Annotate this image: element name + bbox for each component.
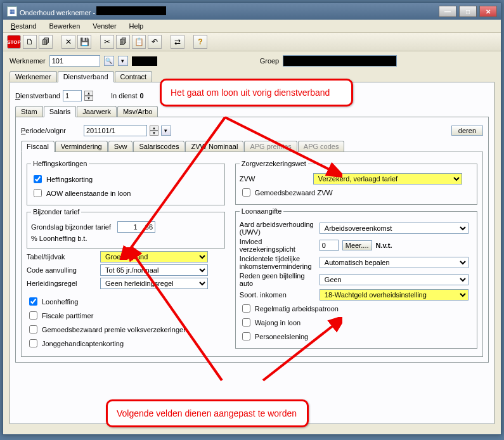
tab-salariscodes[interactable]: Salariscodes xyxy=(133,141,184,152)
gemoed-label: Gemoedsbezwaard premie volksverzekeringe… xyxy=(42,326,187,333)
tab-fiscaal[interactable]: Fiscaal xyxy=(21,141,55,152)
regelmatig-checkbox[interactable] xyxy=(242,304,250,313)
wajong-label: Wajong in loon xyxy=(255,319,300,327)
heffingskorting-label: Heffingskorting xyxy=(46,176,93,183)
deren-button[interactable]: deren xyxy=(451,126,483,136)
copy-icon[interactable]: 🗐 xyxy=(116,35,130,49)
tab-stam[interactable]: Stam xyxy=(15,106,43,117)
menu-help[interactable]: Help xyxy=(127,21,146,31)
in-dienst-value: 0 xyxy=(140,92,144,100)
app-icon: ▦ xyxy=(7,6,17,16)
dienstverband-label: Dienstverband xyxy=(15,92,60,100)
heffingskortingen-legend: Heffingskortingen xyxy=(31,160,89,167)
annotation-1: Het gaat om loon uit vorig dienstverband xyxy=(160,79,353,107)
zvw-select[interactable]: Verzekerd, verlaagd tarief xyxy=(313,173,462,184)
fiscale-checkbox[interactable] xyxy=(29,311,37,320)
new-icon[interactable]: 🗋 xyxy=(23,35,37,49)
help-icon[interactable]: ? xyxy=(193,35,207,49)
tabel-label: Tabel/tijdvak xyxy=(27,253,96,261)
tab-werknemer[interactable]: Werknemer xyxy=(10,71,57,82)
code-select[interactable]: Tot 65 jr./normaal xyxy=(100,264,208,276)
pct-label: % Loonheffing b.t. xyxy=(31,235,113,242)
loonheffing-checkbox[interactable] xyxy=(29,297,37,306)
menu-bestand[interactable]: Bestand xyxy=(8,21,39,31)
tabel-select[interactable]: Groen/Maand xyxy=(100,251,208,262)
menubar: Bestand Bewerken Venster Help xyxy=(3,20,501,33)
refresh-icon[interactable]: ⇄ xyxy=(171,35,184,49)
grondslag-input[interactable] xyxy=(117,221,155,233)
incident-select[interactable]: Automatisch bepalen xyxy=(320,257,468,268)
tab-salaris[interactable]: Salaris xyxy=(44,106,77,117)
toolbar: STOP 🗋 🗐 ✕ 💾 ✂ 🗐 📋 ↶ ⇄ ? xyxy=(3,33,501,51)
invloed-label: Invloed verzekeringsplicht xyxy=(240,238,316,253)
meer-button[interactable]: Meer.... xyxy=(342,240,372,250)
fiscaal-tabs: Fiscaal Vermindering Svw Salariscodes ZV… xyxy=(21,140,483,152)
heffingskortingen-group: Heffingskortingen Heffingskorting AOW al… xyxy=(27,160,225,205)
periode-spinner[interactable]: ▲▼ xyxy=(150,126,158,136)
loonaangifte-group: Loonaangifte Aard arbeidsverhouding (UWV… xyxy=(235,207,477,349)
app-window: ▦ Onderhoud werknemer - — □ ✕ Bestand Be… xyxy=(3,3,501,435)
lookup-icon[interactable]: 🔍 xyxy=(104,56,114,66)
nvt-text: N.v.t. xyxy=(376,242,392,249)
save-icon[interactable]: 💾 xyxy=(77,35,91,49)
bijzonder-group: Bijzonder tarief Grondslag bijzonder tar… xyxy=(27,208,225,249)
reden-select[interactable]: Geen xyxy=(320,274,468,285)
zvw-gemoed-label: Gemoedsbezwaard ZVW xyxy=(255,189,333,197)
tab-zvw-nominaal[interactable]: ZVW Nominaal xyxy=(185,141,243,152)
window-controls: — □ ✕ xyxy=(439,6,497,17)
werknemer-input[interactable] xyxy=(49,55,100,67)
minimize-button[interactable]: — xyxy=(439,6,456,17)
soort-label: Soort. inkomen xyxy=(240,291,316,299)
menu-venster[interactable]: Venster xyxy=(90,21,119,31)
zvw-legend: Zorgverzekeringswet xyxy=(240,160,308,167)
maximize-button[interactable]: □ xyxy=(459,6,477,17)
invloed-input[interactable] xyxy=(320,240,339,251)
tab-contract[interactable]: Contract xyxy=(115,71,153,82)
tab-dienstverband[interactable]: Dienstverband xyxy=(58,71,114,82)
code-label: Code aanvulling xyxy=(27,266,96,274)
zvw-group: Zorgverzekeringswet ZVW Verzekerd, verla… xyxy=(235,160,477,205)
heffingskorting-checkbox[interactable] xyxy=(34,175,42,183)
aard-select[interactable]: Arbeidsovereenkomst xyxy=(320,223,468,234)
cut-icon[interactable]: ✂ xyxy=(100,35,114,49)
gemoed-checkbox[interactable] xyxy=(29,325,37,333)
paste-icon[interactable]: 📋 xyxy=(132,35,146,49)
personeel-label: Personeelslening xyxy=(255,333,308,340)
incident-label: Incidentele tijdelijke inkomstenverminde… xyxy=(240,255,316,270)
stop-icon[interactable]: STOP xyxy=(7,35,21,49)
periode-dropdown-icon[interactable]: ▾ xyxy=(161,126,171,136)
groep-select[interactable] xyxy=(283,55,397,67)
window-title: Onderhoud werknemer - xyxy=(20,6,439,16)
tab-apg-codes[interactable]: APG codes xyxy=(298,141,345,152)
periode-input[interactable] xyxy=(84,125,147,136)
dropdown-icon[interactable]: ▾ xyxy=(118,56,128,66)
in-dienst-label: In dienst xyxy=(111,92,138,100)
groep-label: Groep xyxy=(260,57,280,65)
zvw-gemoed-checkbox[interactable] xyxy=(242,188,250,197)
tab-svw[interactable]: Svw xyxy=(108,141,133,152)
redacted-title xyxy=(96,6,166,15)
undo-icon[interactable]: ↶ xyxy=(148,35,162,49)
wajong-checkbox[interactable] xyxy=(242,318,250,327)
sub-tabs: Stam Salaris Jaarwerk Msv/Arbo xyxy=(15,105,489,117)
tab-vermindering[interactable]: Vermindering xyxy=(55,141,108,152)
menu-bewerken[interactable]: Bewerken xyxy=(46,21,82,31)
cancel-icon[interactable]: ✕ xyxy=(61,35,75,49)
aow-checkbox[interactable] xyxy=(34,189,42,197)
content-area: Werknemer 🔍 ▾ Groep Werknemer Dienstverb… xyxy=(3,51,501,425)
dienstverband-input[interactable] xyxy=(63,90,82,101)
zvw-label: ZVW xyxy=(240,175,309,183)
aard-label: Aard arbeidsverhouding (UWV) xyxy=(240,221,316,236)
jong-label: Jonggehandicaptenkorting xyxy=(42,340,124,347)
titlebar: ▦ Onderhoud werknemer - — □ ✕ xyxy=(3,3,501,20)
dienstverband-spinner[interactable]: ▲▼ xyxy=(84,91,93,101)
herl-select[interactable]: Geen herleidingsregel xyxy=(100,278,208,289)
personeel-checkbox[interactable] xyxy=(242,332,250,340)
tab-apg-premies[interactable]: APG premies xyxy=(244,141,297,152)
tab-jaarwerk[interactable]: Jaarwerk xyxy=(77,106,117,117)
jong-checkbox[interactable] xyxy=(29,339,37,347)
open-icon[interactable]: 🗐 xyxy=(39,35,53,49)
close-button[interactable]: ✕ xyxy=(479,6,497,17)
soort-select[interactable]: 18-Wachtgeld overheidsinstelling xyxy=(320,289,468,301)
tab-msv[interactable]: Msv/Arbo xyxy=(117,106,158,117)
